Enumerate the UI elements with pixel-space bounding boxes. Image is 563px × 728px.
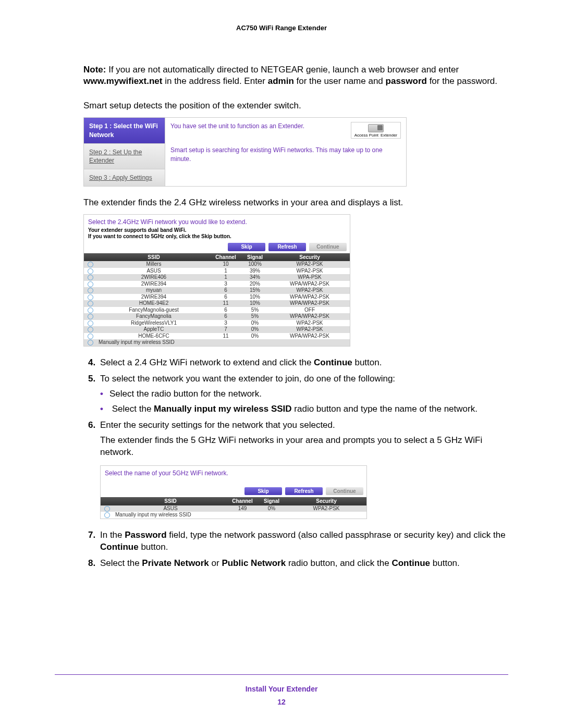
table-row[interactable]: 2WIRE394610%WPA/WPA2-PSK — [84, 294, 350, 301]
cell-security: WPA/WPA2-PSK — [270, 313, 350, 320]
radio-icon[interactable] — [88, 307, 93, 313]
cell-security: WPA2-PSK — [270, 261, 350, 268]
skip-button[interactable]: Skip — [228, 243, 265, 251]
cell-channel: 1 — [211, 274, 240, 281]
cell-ssid: AppleTC — [96, 326, 211, 333]
skip-button-5g[interactable]: Skip — [244, 487, 282, 496]
table-row[interactable]: HOME-94E21110%WPA/WPA2-PSK — [84, 300, 350, 307]
radio-icon[interactable] — [88, 294, 93, 300]
radio-icon[interactable] — [88, 314, 93, 319]
cell-signal: 39% — [240, 268, 270, 275]
table-row[interactable]: ASUS139%WPA2-PSK — [84, 268, 350, 275]
cell-security: WPA/WPA2-PSK — [270, 281, 350, 288]
radio-icon[interactable] — [88, 288, 93, 293]
instruction-list: Select a 2.4 GHz WiFi network to extend … — [83, 357, 508, 570]
table-row[interactable]: ASUS1490%WPA2-PSK — [101, 505, 366, 512]
th-ssid: SSID — [96, 253, 211, 262]
wizard-figure: Step 1 : Select the WiFi Network Step 2 … — [83, 117, 407, 187]
cell-security: WPA/WPA2-PSK — [270, 294, 350, 301]
cell-signal: 15% — [240, 287, 270, 294]
page-header: AC750 WiFi Range Extender — [55, 23, 508, 33]
cell-manual-ssid: Manually input my wireless SSID — [113, 512, 228, 519]
table-row[interactable]: AppleTC70%WPA2-PSK — [84, 326, 350, 333]
radio-icon[interactable] — [88, 281, 93, 287]
cell-signal: 100% — [240, 261, 270, 268]
cell-ssid: myuan — [96, 287, 211, 294]
cell-ssid: FancyMagnolia — [96, 313, 211, 320]
net5g-table: SSID Channel Signal Security ASUS1490%WP… — [101, 497, 366, 519]
table-row[interactable]: FancyMagnolia-guest65%OFF — [84, 307, 350, 314]
cell-signal: 34% — [240, 274, 270, 281]
cell-channel: 11 — [211, 333, 240, 340]
wizard-steps: Step 1 : Select the WiFi Network Step 2 … — [84, 118, 165, 186]
th-signal: Signal — [240, 253, 270, 262]
manual-ssid-row[interactable]: Manually input my wireless SSID — [84, 339, 350, 346]
cell-security: WPA2-PSK — [286, 505, 366, 512]
step-6: Enter the security settings for the netw… — [98, 419, 508, 519]
table-row[interactable]: HOME-6CFC110%WPA/WPA2-PSK — [84, 333, 350, 340]
continue-button[interactable]: Continue — [309, 243, 347, 251]
refresh-button[interactable]: Refresh — [268, 243, 306, 251]
cell-channel: 3 — [211, 320, 240, 327]
cell-ssid: HOME-6CFC — [96, 333, 211, 340]
intro-text-1: Smart setup detects the position of the … — [83, 100, 508, 112]
network-list-2g-figure: Select the 2.4GHz WiFi network you would… — [83, 214, 350, 347]
cell-channel: 6 — [211, 307, 240, 314]
cell-channel: 6 — [211, 313, 240, 320]
cell-channel: 149 — [228, 505, 257, 512]
intro-text-2: The extender finds the 2.4 GHz wireless … — [83, 197, 508, 209]
cell-security: WPA2-PSK — [270, 326, 350, 333]
radio-icon[interactable] — [88, 275, 93, 280]
cell-ssid: 2WIRE394 — [96, 294, 211, 301]
radio-icon[interactable] — [88, 268, 93, 274]
table-row[interactable]: RidgeWirelessVLY130%WPA2-PSK — [84, 320, 350, 327]
continue-button-5g[interactable]: Continue — [326, 487, 363, 496]
cell-channel: 3 — [211, 281, 240, 288]
cell-ssid: FancyMagnolia-guest — [96, 307, 211, 314]
radio-icon[interactable] — [104, 512, 110, 518]
th-security: Security — [270, 253, 350, 262]
wizard-message-area: You have set the unit to function as an … — [165, 118, 406, 186]
table-row[interactable]: Millers10100%WPA2-PSK — [84, 261, 350, 268]
cell-security: WPA2-PSK — [270, 268, 350, 275]
refresh-button-5g[interactable]: Refresh — [285, 487, 323, 496]
step-7: In the Password field, type the network … — [98, 529, 508, 553]
cell-security: WPA2-PSK — [270, 287, 350, 294]
table-row[interactable]: 2WIRE394320%WPA/WPA2-PSK — [84, 281, 350, 288]
table-row[interactable]: myuan615%WPA2-PSK — [84, 287, 350, 294]
cell-signal: 0% — [240, 326, 270, 333]
radio-icon[interactable] — [88, 327, 93, 332]
cell-channel: 10 — [211, 261, 240, 268]
note-label: Note: — [83, 65, 106, 75]
cell-manual-ssid: Manually input my wireless SSID — [96, 339, 211, 346]
radio-icon[interactable] — [88, 320, 93, 326]
footer-section: Install Your Extender — [0, 684, 563, 694]
wizard-message-1: You have set the unit to function as an … — [170, 122, 345, 130]
cell-channel: 1 — [211, 268, 240, 275]
step-5: To select the network you want the exten… — [98, 373, 508, 415]
cell-channel: 11 — [211, 300, 240, 307]
cell-channel: 6 — [211, 287, 240, 294]
table-row[interactable]: FancyMagnolia65%WPA/WPA2-PSK — [84, 313, 350, 320]
radio-icon[interactable] — [88, 301, 93, 306]
th-channel: Channel — [211, 253, 240, 262]
radio-icon[interactable] — [88, 262, 93, 267]
cell-security: WPA/WPA2-PSK — [270, 333, 350, 340]
cell-ssid: 2WIRE406 — [96, 274, 211, 281]
cell-signal: 20% — [240, 281, 270, 288]
manual-ssid-row[interactable]: Manually input my wireless SSID — [101, 512, 366, 519]
radio-icon[interactable] — [104, 506, 110, 512]
cell-channel: 6 — [211, 294, 240, 301]
table-row[interactable]: 2WIRE406134%WPA-PSK — [84, 274, 350, 281]
cell-signal: 0% — [240, 320, 270, 327]
cell-ssid: 2WIRE394 — [96, 281, 211, 288]
cell-signal: 10% — [240, 300, 270, 307]
cell-security: WPA-PSK — [270, 274, 350, 281]
radio-icon[interactable] — [88, 340, 93, 346]
cell-ssid: RidgeWirelessVLY1 — [96, 320, 211, 327]
net2g-sub: Your extender supports dual band WiFi. I… — [84, 227, 350, 243]
radio-icon[interactable] — [88, 334, 93, 339]
wizard-message-2: Smart setup is searching for existing Wi… — [170, 146, 401, 163]
wizard-step-1: Step 1 : Select the WiFi Network — [84, 118, 165, 143]
footer-page-number: 12 — [0, 697, 563, 707]
